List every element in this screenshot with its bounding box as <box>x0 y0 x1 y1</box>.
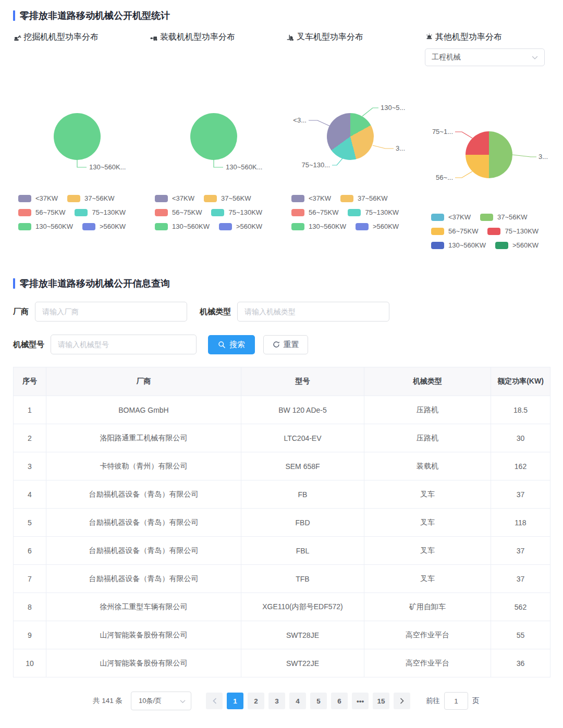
legend-loader: <37KW37~56KW56~75KW75~130KW130~560KW>560… <box>155 194 280 230</box>
chevron-down-icon <box>180 697 186 705</box>
pie-excavator[interactable] <box>54 113 101 160</box>
section1-title: 零排放非道路移动机械公开机型统计 <box>13 9 550 22</box>
table-header-cell: 序号 <box>14 367 46 396</box>
chart-title-text: 装载机机型功率分布 <box>160 32 235 43</box>
vendor-input[interactable] <box>35 302 187 322</box>
legend-swatch <box>211 209 224 216</box>
machine-category-select[interactable]: 工程机械 <box>425 48 545 66</box>
next-page-button[interactable] <box>394 693 410 709</box>
table-cell: 18.5 <box>491 396 550 424</box>
legend-label: 130~560KW <box>448 241 486 249</box>
legend-item[interactable]: 130~560KW <box>291 223 346 230</box>
table-cell: 30 <box>491 424 550 452</box>
goto-page-input[interactable] <box>444 692 468 710</box>
legend-item[interactable]: 37~56KW <box>67 194 114 202</box>
legend-item[interactable]: >560KW <box>219 223 262 230</box>
table-cell: LTC204-EV <box>241 424 364 452</box>
prev-page-button[interactable] <box>206 693 223 709</box>
model-input[interactable] <box>51 335 197 354</box>
pie-callout-label: 3... <box>396 144 405 152</box>
table-cell: 台励福机器设备（青岛）有限公司 <box>46 509 241 537</box>
pie-loader[interactable] <box>190 113 237 160</box>
legend-item[interactable]: 56~75KW <box>18 208 65 216</box>
table-body: 1BOMAG GmbHBW 120 ADe-5压路机18.52洛阳路通重工机械有… <box>14 396 550 677</box>
legend-item[interactable]: 56~75KW <box>155 208 202 216</box>
legend-swatch <box>480 214 493 221</box>
machine-icon <box>425 33 434 42</box>
legend-item[interactable]: 75~130KW <box>348 208 399 216</box>
pager-page-6[interactable]: 6 <box>331 693 348 709</box>
legend-label: 37~56KW <box>84 194 114 202</box>
legend-item[interactable]: 75~130KW <box>487 227 538 235</box>
legend-label: 75~130KW <box>365 208 399 216</box>
legend-swatch <box>82 223 95 230</box>
legend-item[interactable]: 37~56KW <box>340 194 387 202</box>
table-cell: 37 <box>491 537 550 565</box>
legend-item[interactable]: <37KW <box>155 194 194 202</box>
legend-item[interactable]: 56~75KW <box>291 208 338 216</box>
pager-page-15[interactable]: 15 <box>373 693 389 709</box>
table-row: 3卡特彼勒（青州）有限公司SEM 658F装载机162 <box>14 452 550 480</box>
forklift-icon <box>286 33 295 42</box>
legend-swatch <box>340 195 353 202</box>
legend-swatch <box>18 223 31 230</box>
reset-button-label: 重置 <box>284 340 299 350</box>
legend-label: 130~560KW <box>309 223 346 230</box>
table-row: 5台励福机器设备（青岛）有限公司FBD叉车118 <box>14 509 550 537</box>
section2-title: 零排放非道路移动机械公开信息查询 <box>13 277 550 290</box>
legend-item[interactable]: <37KW <box>431 213 471 221</box>
legend-label: 130~560KW <box>172 223 210 230</box>
chart-title-text: 挖掘机机型功率分布 <box>23 32 99 43</box>
pie-forklift[interactable] <box>327 113 374 160</box>
legend-swatch <box>291 209 304 216</box>
pager-page-5[interactable]: 5 <box>310 693 327 709</box>
pie-callout-label: 130~5... <box>381 104 405 112</box>
pie-other[interactable] <box>466 131 512 178</box>
legend-item[interactable]: >560KW <box>356 223 399 230</box>
table-header-cell: 机械类型 <box>364 367 491 396</box>
table-header-cell: 额定功率(KW) <box>491 367 550 396</box>
table-cell: SWT22JE <box>241 649 364 677</box>
pie-callout-label: 130~560K... <box>89 163 126 171</box>
pie-callout-label: 75~130... <box>301 161 330 169</box>
legend-item[interactable]: 130~560KW <box>155 223 210 230</box>
legend-item[interactable]: 37~56KW <box>204 194 251 202</box>
page-size-select[interactable]: 10条/页 <box>131 692 191 710</box>
machine-type-input[interactable] <box>237 302 389 322</box>
section2-title-text: 零排放非道路移动机械公开信息查询 <box>20 277 170 290</box>
legend-item[interactable]: 130~560KW <box>18 223 73 230</box>
table-cell: 6 <box>14 537 46 565</box>
legend-label: >560KW <box>100 223 126 230</box>
legend-item[interactable]: >560KW <box>495 241 538 249</box>
legend-swatch <box>291 195 304 202</box>
table-cell: BOMAG GmbH <box>46 396 241 424</box>
goto-label: 前往 <box>426 696 440 706</box>
reset-icon <box>273 341 280 348</box>
search-button-label: 搜索 <box>229 340 245 350</box>
title-accent-bar <box>13 278 15 289</box>
legend-label: <37KW <box>35 194 58 202</box>
pager-page-1[interactable]: 1 <box>227 693 243 709</box>
pager-page-2[interactable]: 2 <box>248 693 264 709</box>
results-table: 序号厂商型号机械类型额定功率(KW) 1BOMAG GmbHBW 120 ADe… <box>13 367 550 677</box>
legend-label: 75~130KW <box>92 208 126 216</box>
legend-item[interactable]: >560KW <box>82 223 126 230</box>
legend-item[interactable]: <37KW <box>291 194 331 202</box>
table-cell: TFB <box>241 565 364 593</box>
search-icon <box>218 341 226 349</box>
legend-item[interactable]: 75~130KW <box>75 208 126 216</box>
reset-button[interactable]: 重置 <box>263 335 308 354</box>
pager-page-4[interactable]: 4 <box>289 693 306 709</box>
legend-item[interactable]: 56~75KW <box>431 227 478 235</box>
pager-more-button[interactable]: ••• <box>352 693 369 709</box>
table-cell: XGE110(内部号EDF572) <box>241 593 364 621</box>
pager-page-3[interactable]: 3 <box>268 693 285 709</box>
legend-item[interactable]: 37~56KW <box>480 213 527 221</box>
legend-swatch <box>291 223 304 230</box>
chart-loader: 装载机机型功率分布 130~560K... <37KW37~56KW56~75K… <box>150 30 286 249</box>
legend-swatch <box>431 214 444 221</box>
search-button[interactable]: 搜索 <box>208 335 255 354</box>
legend-item[interactable]: 130~560KW <box>431 241 486 249</box>
legend-item[interactable]: <37KW <box>18 194 58 202</box>
legend-item[interactable]: 75~130KW <box>211 208 262 216</box>
